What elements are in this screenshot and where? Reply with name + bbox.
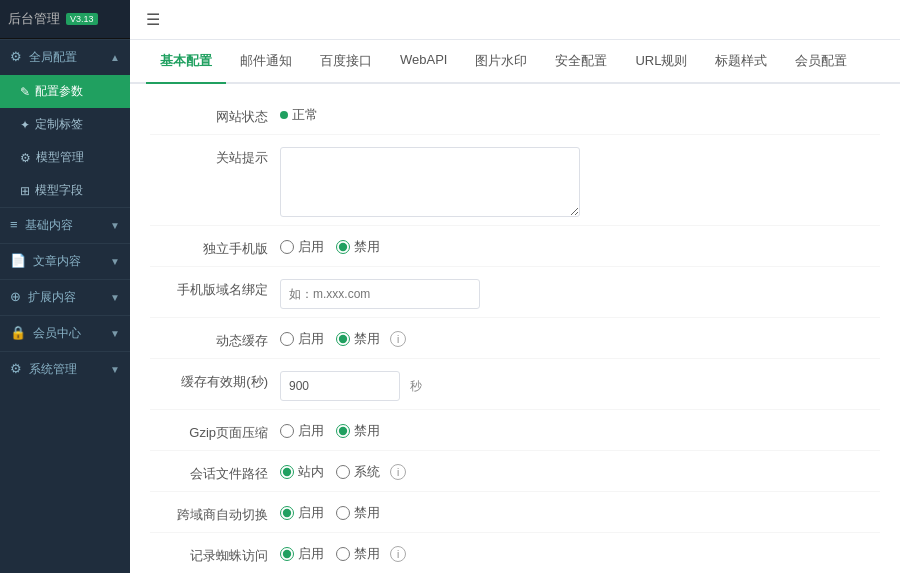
form-area: 网站状态 正常 关站提示 独立手机版 xyxy=(130,84,900,573)
section-kuozhan: ⊕ 扩展内容 ▼ xyxy=(0,279,130,315)
sidebar-title: 后台管理 xyxy=(8,10,60,28)
radio-cross-enable[interactable]: 启用 xyxy=(280,504,324,522)
radio-dcache-enable-input[interactable] xyxy=(280,332,294,346)
sidebar-item-model-manage[interactable]: ⚙ 模型管理 xyxy=(0,141,130,174)
radio-record-disable[interactable]: 禁用 xyxy=(336,545,380,563)
control-cache-expire: 秒 xyxy=(280,367,880,401)
section-xitong: ⚙ 系统管理 ▼ xyxy=(0,351,130,387)
radio-gzip-enable-label: 启用 xyxy=(298,422,324,440)
radio-mobile-enable[interactable]: 启用 xyxy=(280,238,324,256)
control-mobile-domain xyxy=(280,275,880,309)
tab-security[interactable]: 安全配置 xyxy=(541,40,621,84)
close-tip-textarea[interactable] xyxy=(280,147,580,217)
section-wenzhang: 📄 文章内容 ▼ xyxy=(0,243,130,279)
radio-cross-enable-label: 启用 xyxy=(298,504,324,522)
section-huiyuan: 🔒 会员中心 ▼ xyxy=(0,315,130,351)
section-xitong-header[interactable]: ⚙ 系统管理 ▼ xyxy=(0,352,130,387)
record-access-info-icon[interactable]: i xyxy=(390,546,406,562)
tab-member-config[interactable]: 会员配置 xyxy=(781,40,861,84)
sidebar-item-custom-tag[interactable]: ✦ 定制标签 xyxy=(0,108,130,141)
section-kuozhan-label: 扩展内容 xyxy=(28,290,76,304)
field-gzip: Gzip页面压缩 启用 禁用 xyxy=(150,410,880,451)
radio-gzip-disable[interactable]: 禁用 xyxy=(336,422,380,440)
radio-record-enable[interactable]: 启用 xyxy=(280,545,324,563)
control-upload-path: 站内 系统 i xyxy=(280,459,880,481)
kuozhan-arrow: ▼ xyxy=(110,292,120,303)
cross-domain-radio-group: 启用 禁用 xyxy=(280,504,380,522)
control-dynamic-cache: 启用 禁用 i xyxy=(280,326,880,348)
radio-dcache-disable[interactable]: 禁用 xyxy=(336,330,380,348)
label-cross-domain: 跨域商自动切换 xyxy=(150,500,280,524)
label-dynamic-cache: 动态缓存 xyxy=(150,326,280,350)
section-jichu-header[interactable]: ≡ 基础内容 ▼ xyxy=(0,208,130,243)
tab-baidu[interactable]: 百度接口 xyxy=(306,40,386,84)
label-cache-expire: 缓存有效期(秒) xyxy=(150,367,280,391)
upload-path-info-icon[interactable]: i xyxy=(390,464,406,480)
topbar: ☰ xyxy=(130,0,900,40)
custom-tag-icon: ✦ xyxy=(20,118,30,132)
field-cache-expire: 缓存有效期(秒) 秒 xyxy=(150,359,880,410)
radio-dcache-disable-label: 禁用 xyxy=(354,330,380,348)
model-field-label: 模型字段 xyxy=(35,182,83,199)
section-kuozhan-header[interactable]: ⊕ 扩展内容 ▼ xyxy=(0,280,130,315)
quanju-arrow: ▲ xyxy=(110,52,120,63)
radio-cross-enable-input[interactable] xyxy=(280,506,294,520)
record-access-radio-group: 启用 禁用 xyxy=(280,545,380,563)
tab-url[interactable]: URL规则 xyxy=(621,40,701,84)
radio-gzip-enable-input[interactable] xyxy=(280,424,294,438)
tab-notify[interactable]: 邮件通知 xyxy=(226,40,306,84)
radio-gzip-enable[interactable]: 启用 xyxy=(280,422,324,440)
control-mobile-version: 启用 禁用 xyxy=(280,234,880,256)
label-mobile-domain: 手机版域名绑定 xyxy=(150,275,280,299)
radio-record-disable-input[interactable] xyxy=(336,547,350,561)
section-quanju-header[interactable]: ⚙ 全局配置 ▲ xyxy=(0,40,130,75)
radio-path-inner-label: 站内 xyxy=(298,463,324,481)
radio-dcache-disable-input[interactable] xyxy=(336,332,350,346)
label-close-tip: 关站提示 xyxy=(150,143,280,167)
field-dynamic-cache: 动态缓存 启用 禁用 i xyxy=(150,318,880,359)
field-close-tip: 关站提示 xyxy=(150,135,880,226)
model-field-icon: ⊞ xyxy=(20,184,30,198)
hamburger-button[interactable]: ☰ xyxy=(146,10,160,29)
radio-mobile-disable-label: 禁用 xyxy=(354,238,380,256)
radio-cross-disable-input[interactable] xyxy=(336,506,350,520)
control-close-tip xyxy=(280,143,880,217)
kuozhan-icon: ⊕ xyxy=(10,289,21,304)
cache-expire-input[interactable] xyxy=(280,371,400,401)
radio-path-inner-input[interactable] xyxy=(280,465,294,479)
radio-gzip-disable-input[interactable] xyxy=(336,424,350,438)
radio-cross-disable-label: 禁用 xyxy=(354,504,380,522)
field-record-access: 记录蜘蛛访问 启用 禁用 i xyxy=(150,533,880,573)
radio-record-enable-input[interactable] xyxy=(280,547,294,561)
section-wenzhang-header[interactable]: 📄 文章内容 ▼ xyxy=(0,244,130,279)
tab-basic[interactable]: 基本配置 xyxy=(146,40,226,84)
dynamic-cache-info-icon[interactable]: i xyxy=(390,331,406,347)
xitong-icon: ⚙ xyxy=(10,361,22,376)
radio-mobile-enable-input[interactable] xyxy=(280,240,294,254)
radio-mobile-disable-input[interactable] xyxy=(336,240,350,254)
label-record-access: 记录蜘蛛访问 xyxy=(150,541,280,565)
radio-path-system-input[interactable] xyxy=(336,465,350,479)
model-manage-icon: ⚙ xyxy=(20,151,31,165)
mobile-domain-input[interactable] xyxy=(280,279,480,309)
radio-dcache-enable[interactable]: 启用 xyxy=(280,330,324,348)
section-huiyuan-header[interactable]: 🔒 会员中心 ▼ xyxy=(0,316,130,351)
radio-path-system[interactable]: 系统 xyxy=(336,463,380,481)
status-text: 正常 xyxy=(292,106,318,124)
radio-cross-disable[interactable]: 禁用 xyxy=(336,504,380,522)
jichu-arrow: ▼ xyxy=(110,220,120,231)
tab-watermark[interactable]: 图片水印 xyxy=(461,40,541,84)
mobile-version-radio-group: 启用 禁用 xyxy=(280,238,380,256)
radio-path-inner[interactable]: 站内 xyxy=(280,463,324,481)
radio-mobile-disable[interactable]: 禁用 xyxy=(336,238,380,256)
form-content: 网站状态 正常 关站提示 独立手机版 xyxy=(130,84,900,573)
tab-webapi[interactable]: WebAPI xyxy=(386,40,461,84)
huiyuan-arrow: ▼ xyxy=(110,328,120,339)
sidebar-item-config-params[interactable]: ✎ 配置参数 xyxy=(0,75,130,108)
tab-tag-style[interactable]: 标题样式 xyxy=(701,40,781,84)
radio-record-disable-label: 禁用 xyxy=(354,545,380,563)
sidebar-item-model-field[interactable]: ⊞ 模型字段 xyxy=(0,174,130,207)
control-record-access: 启用 禁用 i xyxy=(280,541,880,563)
radio-record-enable-label: 启用 xyxy=(298,545,324,563)
wenzhang-icon: 📄 xyxy=(10,253,26,268)
